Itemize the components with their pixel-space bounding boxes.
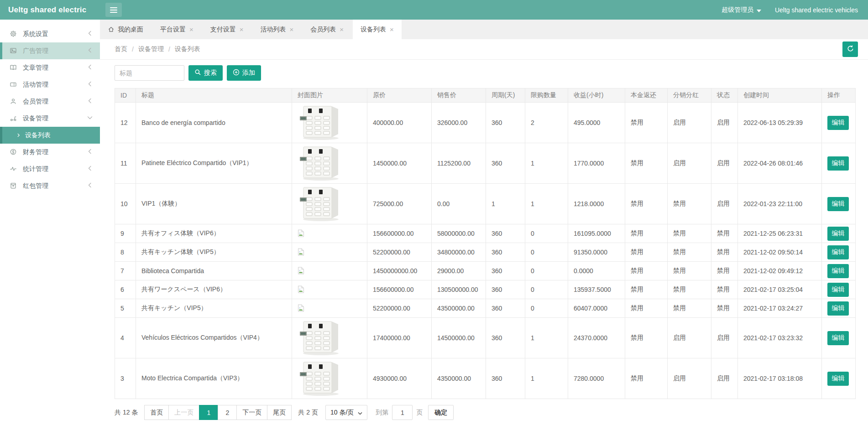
cell-original-price: 17400000.00 xyxy=(367,318,432,358)
cell-action: 编辑 xyxy=(822,262,856,280)
edit-button[interactable]: 编辑 xyxy=(827,116,849,130)
hamburger-menu-icon[interactable] xyxy=(105,3,122,17)
sidebar-item-member-management[interactable]: 会员管理 xyxy=(0,93,100,110)
refresh-button[interactable] xyxy=(842,41,858,57)
last-page-button[interactable]: 尾页 xyxy=(267,405,292,420)
sidebar-item-stats-management[interactable]: 统计管理 xyxy=(0,161,100,177)
ticket-icon xyxy=(10,81,17,88)
tab-payment-settings[interactable]: 支付设置× xyxy=(203,20,251,39)
edit-button[interactable]: 编辑 xyxy=(827,283,849,297)
tab-member-list[interactable]: 会员列表× xyxy=(303,20,351,39)
cell-income: 91350.0000 xyxy=(568,243,625,262)
confirm-button[interactable]: 确定 xyxy=(428,405,454,420)
edit-button[interactable]: 编辑 xyxy=(827,227,849,241)
cell-created-time: 2022-04-26 08:01:46 xyxy=(738,143,822,184)
cell-purchase-limit: 0 xyxy=(525,280,568,299)
cell-sale-price: 34800000.00 xyxy=(432,243,486,262)
close-icon[interactable]: × xyxy=(189,26,193,33)
tab-label: 活动列表 xyxy=(261,26,286,34)
tab-my-desktop[interactable]: 我的桌面 xyxy=(100,20,151,39)
cell-status: 启用 xyxy=(711,103,738,143)
sidebar-item-article-management[interactable]: 文章管理 xyxy=(0,59,100,76)
cell-action: 编辑 xyxy=(822,280,856,299)
product-image xyxy=(298,186,344,222)
edit-button[interactable]: 编辑 xyxy=(827,264,849,278)
cell-status: 启用 xyxy=(711,358,738,399)
admin-dropdown[interactable]: 超级管理员 xyxy=(722,6,761,14)
cell-period: 360 xyxy=(486,224,525,243)
close-icon[interactable]: × xyxy=(240,26,244,33)
table-row: 7Biblioteca Compartida 1450000000.002900… xyxy=(115,262,856,280)
tab-bar: 我的桌面平台设置×支付设置×活动列表×会员列表×设备列表× xyxy=(100,20,868,39)
cell-distribution-dividend: 启用 xyxy=(668,318,711,358)
toolbar: 搜索 添加 xyxy=(115,65,855,81)
close-icon[interactable]: × xyxy=(340,26,344,33)
edit-button[interactable]: 编辑 xyxy=(827,331,849,345)
cell-original-price: 1450000.00 xyxy=(367,143,432,184)
page-size-select[interactable]: 10 条/页 xyxy=(325,405,367,420)
sidebar-item-ad-management[interactable]: 广告管理 xyxy=(0,42,100,59)
cell-created-time: 2021-12-25 06:23:31 xyxy=(738,224,822,243)
breadcrumb-link[interactable]: 首页 xyxy=(115,45,127,53)
home-icon xyxy=(108,26,115,33)
money-icon xyxy=(10,148,17,156)
next-page-button[interactable]: 下一页 xyxy=(236,405,267,420)
edit-button[interactable]: 编辑 xyxy=(827,372,849,386)
sidebar-item-activity-management[interactable]: 活动管理 xyxy=(0,76,100,93)
search-button[interactable]: 搜索 xyxy=(188,65,223,81)
search-icon xyxy=(194,69,201,77)
cell-sale-price: 29000.00 xyxy=(432,262,486,280)
table-row: 6共有ワークスペース（VIP6） 156600000.00130500000.0… xyxy=(115,280,856,299)
cell-income: 161095.0000 xyxy=(568,224,625,243)
breadcrumb-link[interactable]: 设备管理 xyxy=(138,45,164,53)
cell-status: 禁用 xyxy=(711,224,738,243)
cell-id: 12 xyxy=(115,103,136,143)
sidebar-subitem-label: 设备列表 xyxy=(25,131,51,140)
first-page-button[interactable]: 首页 xyxy=(144,405,169,420)
cell-cover-image xyxy=(292,280,367,299)
page-1-button[interactable]: 1 xyxy=(199,405,218,420)
page-2-button[interactable]: 2 xyxy=(218,405,237,420)
cell-title: Biblioteca Compartida xyxy=(136,262,292,280)
tab-platform-settings[interactable]: 平台设置× xyxy=(152,20,201,39)
tab-device-list[interactable]: 设备列表× xyxy=(353,20,402,39)
search-input[interactable] xyxy=(115,65,184,81)
column-header: 销售价 xyxy=(432,88,486,103)
cell-status: 启用 xyxy=(711,143,738,184)
cell-title: Moto Electrica Compartida（VIP3） xyxy=(136,358,292,399)
goto-prefix: 到第 xyxy=(376,409,388,417)
goto-page-input[interactable] xyxy=(392,405,413,420)
cell-period: 360 xyxy=(486,262,525,280)
close-icon[interactable]: × xyxy=(390,26,394,33)
cell-original-price: 52200000.00 xyxy=(367,243,432,262)
tab-activity-list[interactable]: 活动列表× xyxy=(253,20,302,39)
caret-down-icon xyxy=(757,6,761,14)
column-header: 封面图片 xyxy=(292,88,367,103)
edit-button[interactable]: 编辑 xyxy=(827,301,849,316)
edit-button[interactable]: 编辑 xyxy=(827,197,849,211)
sidebar-item-label: 文章管理 xyxy=(23,64,86,72)
tab-label: 平台设置 xyxy=(160,26,186,34)
cell-id: 10 xyxy=(115,184,136,224)
sidebar-item-device-management[interactable]: 设备管理 xyxy=(0,110,100,127)
sidebar-item-redpacket-management[interactable]: 红包管理 xyxy=(0,177,100,194)
cell-income: 135937.5000 xyxy=(568,280,625,299)
tab-label: 会员列表 xyxy=(310,26,336,34)
cell-sale-price: 58000000.00 xyxy=(432,224,486,243)
cell-distribution-dividend: 启用 xyxy=(668,358,711,399)
column-header: 状态 xyxy=(711,88,738,103)
add-button[interactable]: 添加 xyxy=(227,65,261,81)
cell-title: Banco de energía compartido xyxy=(136,103,292,143)
sidebar-subitem-device-list[interactable]: 设备列表 xyxy=(0,127,100,144)
table-row: 4Vehículos Eléctricos Compartidos（VIP4） … xyxy=(115,318,856,358)
cell-title: VIP1（体験） xyxy=(136,184,292,224)
table-header-row: ID标题封面图片原价销售价周期(天)限购数量收益(小时)本金返还分销分红状态创建… xyxy=(115,88,856,103)
sidebar-item-system-settings[interactable]: 系统设置 xyxy=(0,26,100,42)
edit-button[interactable]: 编辑 xyxy=(827,156,849,171)
refresh-icon xyxy=(847,45,854,54)
cell-principal-return: 禁用 xyxy=(625,103,668,143)
close-icon[interactable]: × xyxy=(290,26,294,33)
cell-period: 360 xyxy=(486,103,525,143)
sidebar-item-finance-management[interactable]: 财务管理 xyxy=(0,144,100,161)
edit-button[interactable]: 编辑 xyxy=(827,245,849,259)
